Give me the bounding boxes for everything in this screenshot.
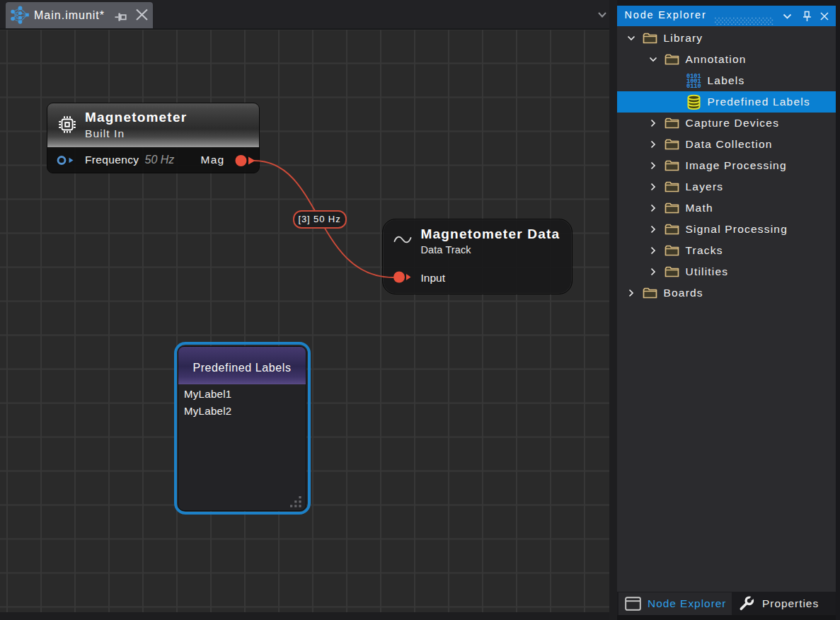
svg-text:0110: 0110 bbox=[686, 83, 701, 88]
